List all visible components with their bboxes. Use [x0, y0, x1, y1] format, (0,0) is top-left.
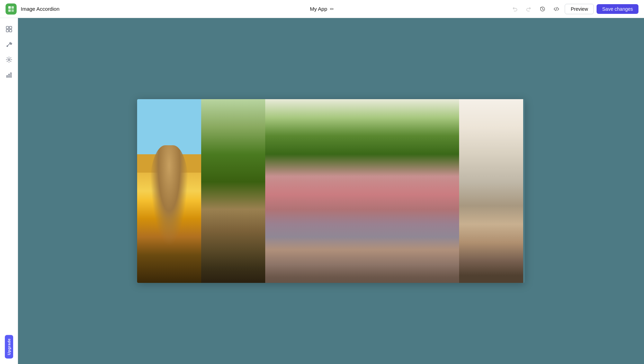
code-button[interactable]	[551, 3, 562, 15]
app-name: Image Accordion	[21, 6, 60, 12]
sidebar-item-analytics[interactable]	[2, 68, 16, 82]
main-layout: Upgrade	[0, 18, 644, 364]
undo-button[interactable]	[509, 3, 520, 15]
header-actions: Preview Save changes	[509, 3, 638, 15]
sidebar-item-settings[interactable]	[2, 53, 16, 67]
accordion-panel-3[interactable]	[459, 99, 523, 283]
accordion-widget[interactable]	[137, 99, 525, 283]
svg-point-10	[8, 59, 10, 61]
svg-rect-7	[6, 29, 9, 32]
accordion-panel-2[interactable]	[265, 99, 459, 283]
upgrade-section: Upgrade	[0, 335, 18, 358]
svg-rect-12	[8, 74, 9, 77]
sidebar-item-dashboard[interactable]	[2, 22, 16, 36]
svg-rect-8	[9, 29, 12, 32]
project-title: My App	[310, 6, 327, 12]
svg-rect-0	[8, 6, 11, 9]
svg-rect-1	[11, 6, 14, 9]
sidebar: Upgrade	[0, 18, 18, 364]
svg-rect-2	[8, 9, 11, 12]
redo-button[interactable]	[523, 3, 534, 15]
sidebar-item-tools[interactable]	[2, 37, 16, 51]
header-center: My App ✏	[310, 6, 334, 12]
preview-button[interactable]: Preview	[565, 4, 594, 14]
svg-rect-6	[9, 26, 12, 29]
save-changes-button[interactable]: Save changes	[597, 4, 638, 14]
app-logo	[6, 3, 17, 15]
svg-rect-3	[11, 9, 14, 12]
svg-rect-13	[10, 73, 11, 77]
header: Image Accordion My App ✏	[0, 0, 644, 18]
svg-rect-11	[7, 76, 8, 77]
upgrade-button[interactable]: Upgrade	[5, 335, 13, 358]
svg-rect-5	[6, 26, 9, 29]
edit-title-icon[interactable]: ✏	[330, 6, 334, 12]
accordion-panel-0[interactable]	[137, 99, 201, 283]
accordion-panel-1[interactable]	[201, 99, 265, 283]
canvas-area	[18, 18, 644, 364]
history-button[interactable]	[537, 3, 548, 15]
